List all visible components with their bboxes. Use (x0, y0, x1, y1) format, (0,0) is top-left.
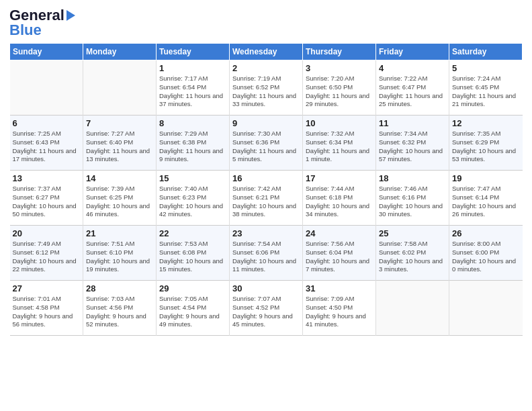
day-number: 30 (232, 283, 300, 293)
calendar-cell (83, 60, 157, 116)
calendar-cell: 23Sunrise: 7:54 AM Sunset: 6:06 PM Dayli… (230, 226, 303, 281)
day-number: 6 (13, 118, 81, 128)
day-number: 14 (86, 173, 153, 183)
day-number: 25 (379, 228, 446, 238)
calendar-cell: 22Sunrise: 7:53 AM Sunset: 6:08 PM Dayli… (157, 226, 230, 281)
day-number: 9 (232, 118, 300, 128)
day-number: 20 (13, 228, 81, 238)
calendar-cell: 18Sunrise: 7:46 AM Sunset: 6:16 PM Dayli… (376, 171, 449, 226)
logo-blue: Blue (9, 21, 42, 39)
calendar-cell: 15Sunrise: 7:40 AM Sunset: 6:23 PM Dayli… (157, 171, 230, 226)
calendar-cell: 4Sunrise: 7:22 AM Sunset: 6:47 PM Daylig… (376, 60, 449, 116)
day-number: 13 (13, 173, 81, 183)
day-info: Sunrise: 7:54 AM Sunset: 6:06 PM Dayligh… (232, 240, 300, 274)
day-info: Sunrise: 7:58 AM Sunset: 6:02 PM Dayligh… (379, 240, 446, 274)
day-number: 19 (452, 173, 520, 183)
calendar-cell: 13Sunrise: 7:37 AM Sunset: 6:27 PM Dayli… (10, 171, 83, 226)
calendar-cell: 3Sunrise: 7:20 AM Sunset: 6:50 PM Daylig… (303, 60, 376, 116)
calendar-cell: 29Sunrise: 7:05 AM Sunset: 4:54 PM Dayli… (157, 281, 230, 336)
day-number: 18 (379, 173, 446, 183)
week-row-1: 1Sunrise: 7:17 AM Sunset: 6:54 PM Daylig… (10, 60, 523, 116)
day-number: 8 (159, 118, 226, 128)
calendar-cell: 31Sunrise: 7:09 AM Sunset: 4:50 PM Dayli… (303, 281, 376, 336)
day-info: Sunrise: 7:05 AM Sunset: 4:54 PM Dayligh… (159, 295, 226, 329)
calendar-cell: 7Sunrise: 7:27 AM Sunset: 6:40 PM Daylig… (83, 116, 157, 171)
calendar-cell: 17Sunrise: 7:44 AM Sunset: 6:18 PM Dayli… (303, 171, 376, 226)
day-info: Sunrise: 7:49 AM Sunset: 6:12 PM Dayligh… (13, 240, 81, 274)
day-number: 31 (306, 283, 373, 293)
header-monday: Monday (83, 44, 157, 60)
day-info: Sunrise: 7:53 AM Sunset: 6:08 PM Dayligh… (159, 240, 226, 274)
day-info: Sunrise: 7:24 AM Sunset: 6:45 PM Dayligh… (452, 75, 520, 109)
header-thursday: Thursday (303, 44, 376, 60)
day-number: 1 (159, 63, 226, 73)
day-info: Sunrise: 8:00 AM Sunset: 6:00 PM Dayligh… (452, 240, 520, 274)
day-info: Sunrise: 7:09 AM Sunset: 4:50 PM Dayligh… (306, 295, 373, 329)
day-number: 17 (306, 173, 373, 183)
header-wednesday: Wednesday (230, 44, 303, 60)
calendar-cell: 24Sunrise: 7:56 AM Sunset: 6:04 PM Dayli… (303, 226, 376, 281)
calendar-cell: 16Sunrise: 7:42 AM Sunset: 6:21 PM Dayli… (230, 171, 303, 226)
header: General Blue (9, 7, 523, 39)
day-info: Sunrise: 7:07 AM Sunset: 4:52 PM Dayligh… (232, 295, 300, 329)
day-number: 24 (306, 228, 373, 238)
calendar-cell: 20Sunrise: 7:49 AM Sunset: 6:12 PM Dayli… (10, 226, 83, 281)
calendar-cell: 19Sunrise: 7:47 AM Sunset: 6:14 PM Dayli… (449, 171, 523, 226)
calendar-cell: 1Sunrise: 7:17 AM Sunset: 6:54 PM Daylig… (157, 60, 230, 116)
day-number: 21 (86, 228, 153, 238)
day-number: 23 (232, 228, 300, 238)
calendar-cell: 9Sunrise: 7:30 AM Sunset: 6:36 PM Daylig… (230, 116, 303, 171)
day-info: Sunrise: 7:42 AM Sunset: 6:21 PM Dayligh… (232, 185, 300, 219)
calendar-cell: 30Sunrise: 7:07 AM Sunset: 4:52 PM Dayli… (230, 281, 303, 336)
day-info: Sunrise: 7:37 AM Sunset: 6:27 PM Dayligh… (13, 185, 81, 219)
day-info: Sunrise: 7:25 AM Sunset: 6:43 PM Dayligh… (13, 130, 81, 164)
calendar-cell: 25Sunrise: 7:58 AM Sunset: 6:02 PM Dayli… (376, 226, 449, 281)
day-info: Sunrise: 7:34 AM Sunset: 6:32 PM Dayligh… (379, 130, 446, 164)
day-info: Sunrise: 7:27 AM Sunset: 6:40 PM Dayligh… (86, 130, 153, 164)
calendar-cell: 26Sunrise: 8:00 AM Sunset: 6:00 PM Dayli… (449, 226, 523, 281)
day-number: 7 (86, 118, 153, 128)
header-friday: Friday (376, 44, 449, 60)
header-saturday: Saturday (449, 44, 523, 60)
day-number: 4 (379, 63, 446, 73)
calendar-cell: 6Sunrise: 7:25 AM Sunset: 6:43 PM Daylig… (10, 116, 83, 171)
day-number: 11 (379, 118, 446, 128)
calendar-cell: 5Sunrise: 7:24 AM Sunset: 6:45 PM Daylig… (449, 60, 523, 116)
day-info: Sunrise: 7:39 AM Sunset: 6:25 PM Dayligh… (86, 185, 153, 219)
day-info: Sunrise: 7:46 AM Sunset: 6:16 PM Dayligh… (379, 185, 446, 219)
day-info: Sunrise: 7:44 AM Sunset: 6:18 PM Dayligh… (306, 185, 373, 219)
day-info: Sunrise: 7:03 AM Sunset: 4:56 PM Dayligh… (86, 295, 153, 329)
day-number: 16 (232, 173, 300, 183)
calendar-cell (376, 281, 449, 336)
day-info: Sunrise: 7:01 AM Sunset: 4:58 PM Dayligh… (13, 295, 81, 329)
calendar-cell: 11Sunrise: 7:34 AM Sunset: 6:32 PM Dayli… (376, 116, 449, 171)
day-number: 22 (159, 228, 226, 238)
calendar-cell (10, 60, 83, 116)
day-info: Sunrise: 7:20 AM Sunset: 6:50 PM Dayligh… (306, 75, 373, 109)
week-row-3: 13Sunrise: 7:37 AM Sunset: 6:27 PM Dayli… (10, 171, 523, 226)
day-info: Sunrise: 7:51 AM Sunset: 6:10 PM Dayligh… (86, 240, 153, 274)
week-row-2: 6Sunrise: 7:25 AM Sunset: 6:43 PM Daylig… (10, 116, 523, 171)
day-info: Sunrise: 7:17 AM Sunset: 6:54 PM Dayligh… (159, 75, 226, 109)
day-info: Sunrise: 7:19 AM Sunset: 6:52 PM Dayligh… (232, 75, 300, 109)
calendar-cell: 27Sunrise: 7:01 AM Sunset: 4:58 PM Dayli… (10, 281, 83, 336)
day-number: 5 (452, 63, 520, 73)
day-number: 28 (86, 283, 153, 293)
week-row-4: 20Sunrise: 7:49 AM Sunset: 6:12 PM Dayli… (10, 226, 523, 281)
page: General Blue SundayMondayTuesdayWednesda… (0, 0, 532, 411)
day-info: Sunrise: 7:35 AM Sunset: 6:29 PM Dayligh… (452, 130, 520, 164)
day-number: 12 (452, 118, 520, 128)
calendar-table: SundayMondayTuesdayWednesdayThursdayFrid… (9, 43, 523, 336)
calendar-cell: 8Sunrise: 7:29 AM Sunset: 6:38 PM Daylig… (157, 116, 230, 171)
day-number: 3 (306, 63, 373, 73)
day-number: 15 (159, 173, 226, 183)
day-number: 29 (159, 283, 226, 293)
calendar-cell (449, 281, 523, 336)
logo-arrow-icon (66, 10, 75, 21)
calendar-cell: 10Sunrise: 7:32 AM Sunset: 6:34 PM Dayli… (303, 116, 376, 171)
day-number: 26 (452, 228, 520, 238)
calendar-cell: 12Sunrise: 7:35 AM Sunset: 6:29 PM Dayli… (449, 116, 523, 171)
calendar-header-row: SundayMondayTuesdayWednesdayThursdayFrid… (10, 44, 523, 60)
calendar-cell: 28Sunrise: 7:03 AM Sunset: 4:56 PM Dayli… (83, 281, 157, 336)
day-info: Sunrise: 7:32 AM Sunset: 6:34 PM Dayligh… (306, 130, 373, 164)
